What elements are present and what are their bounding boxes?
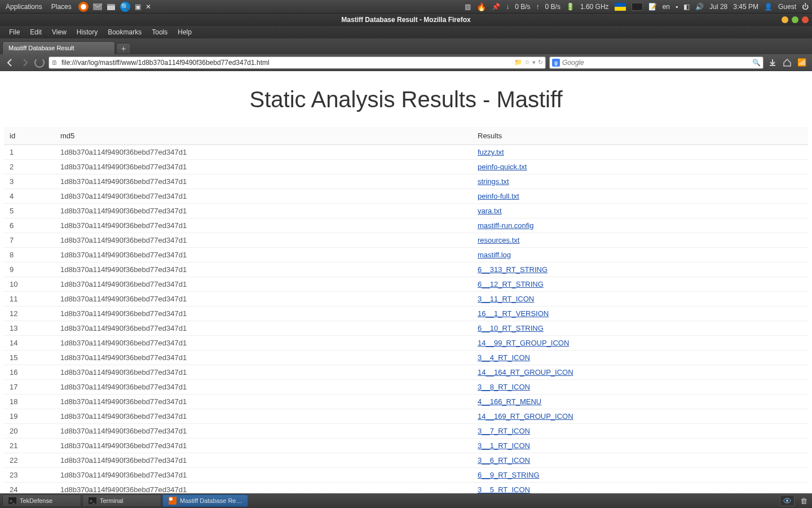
cell-result: 3__7_RT_ICON xyxy=(472,424,808,439)
lang-indicator[interactable]: en xyxy=(663,3,670,11)
system-monitor-icon[interactable] xyxy=(632,3,643,11)
wifi-icon[interactable]: 📶 xyxy=(796,57,807,68)
result-link[interactable]: 14__99_RT_GROUP_ICON xyxy=(478,339,569,347)
cell-id: 22 xyxy=(4,453,55,468)
result-link[interactable]: peinfo-quick.txt xyxy=(478,163,527,171)
cell-result: yara.txt xyxy=(472,204,808,218)
result-link[interactable]: 3__6_RT_ICON xyxy=(478,456,530,465)
result-link[interactable]: 3__1_RT_ICON xyxy=(478,441,530,450)
menu-tools[interactable]: Tools xyxy=(147,27,172,37)
table-row: 111d8b370a114f9490f36bebd77ed347d13__11_… xyxy=(4,292,808,306)
time-text[interactable]: 3:45 PM xyxy=(733,3,758,11)
search-input[interactable] xyxy=(562,59,752,67)
result-link[interactable]: 6__12_RT_STRING xyxy=(478,280,544,288)
bookmark-star-icon[interactable]: ☆ xyxy=(524,59,530,66)
result-link[interactable]: 3__4_RT_ICON xyxy=(478,353,530,362)
task-tekdefense[interactable]: >_ TekDefense xyxy=(2,494,81,507)
cpu-value: 1.60 GHz xyxy=(580,3,609,11)
result-link[interactable]: 14__169_RT_GROUP_ICON xyxy=(478,412,573,421)
files-launcher-icon[interactable] xyxy=(107,3,116,11)
url-input[interactable] xyxy=(61,59,514,67)
volume-icon[interactable]: 🔊 xyxy=(695,3,704,11)
result-link[interactable]: 3__7_RT_ICON xyxy=(478,427,530,435)
result-link[interactable]: resources.txt xyxy=(478,236,519,244)
bookmark-folder-icon[interactable]: 📁 xyxy=(514,59,522,66)
page-identity-icon[interactable]: 🗎 xyxy=(51,59,59,67)
result-link[interactable]: 3__11_RT_ICON xyxy=(478,295,534,303)
trash-icon[interactable]: 🗑 xyxy=(800,497,807,505)
menu-edit[interactable]: Edit xyxy=(25,27,46,37)
result-link[interactable]: 6__10_RT_STRING xyxy=(478,324,544,332)
places-menu[interactable]: Places xyxy=(49,3,74,11)
new-tab-button[interactable]: + xyxy=(116,43,131,54)
search-magnifier-icon[interactable]: 🔍 xyxy=(752,59,761,67)
window-minimize-button[interactable] xyxy=(782,16,788,23)
table-row: 171d8b370a114f9490f36bebd77ed347d13__8_R… xyxy=(4,380,808,395)
cell-id: 17 xyxy=(4,380,55,395)
home-button[interactable] xyxy=(782,57,793,68)
result-link[interactable]: 16__1_RT_VERSION xyxy=(478,309,549,318)
search-engine-icon[interactable]: g xyxy=(552,59,560,67)
result-link[interactable]: 3__5_RT_ICON xyxy=(478,485,530,494)
cell-md5: 1d8b370a114f9490f36bebd77ed347d1 xyxy=(55,262,472,277)
back-button[interactable] xyxy=(5,57,16,68)
result-link[interactable]: mastiff.log xyxy=(478,251,511,259)
menu-view[interactable]: View xyxy=(47,27,71,37)
task-firefox[interactable]: Mastiff Database Re… xyxy=(162,494,248,507)
window-close-button[interactable] xyxy=(802,16,809,23)
result-link[interactable]: 14__164_RT_GROUP_ICON xyxy=(478,368,573,376)
cell-result: 6__9_RT_STRING xyxy=(472,468,808,483)
result-link[interactable]: 3__8_RT_ICON xyxy=(478,383,530,391)
cell-md5: 1d8b370a114f9490f36bebd77ed347d1 xyxy=(55,218,472,233)
result-link[interactable]: fuzzy.txt xyxy=(478,148,504,156)
cube-launcher-icon[interactable]: ▣ xyxy=(135,3,141,11)
cell-result: 6__12_RT_STRING xyxy=(472,277,808,292)
battery-icon[interactable]: 🔋 xyxy=(566,3,575,11)
mail-launcher-icon[interactable] xyxy=(93,3,102,11)
firefox-launcher-icon[interactable] xyxy=(78,2,89,12)
result-link[interactable]: mastiff-run.config xyxy=(478,221,533,230)
search-launcher-icon[interactable]: 🔍 xyxy=(120,2,130,12)
cell-result: 3__11_RT_ICON xyxy=(472,292,808,306)
cell-result: 14__164_RT_GROUP_ICON xyxy=(472,365,808,380)
window-maximize-button[interactable] xyxy=(792,16,798,23)
result-link[interactable]: 6__9_RT_STRING xyxy=(478,471,540,479)
date-text[interactable]: Jul 28 xyxy=(709,3,727,11)
table-row: 151d8b370a114f9490f36bebd77ed347d13__4_R… xyxy=(4,351,808,365)
downloads-button[interactable] xyxy=(767,57,778,68)
forward-button[interactable] xyxy=(19,57,30,68)
reload-button[interactable] xyxy=(34,57,45,68)
tools-launcher-icon[interactable]: ✕ xyxy=(145,3,151,11)
table-row: 31d8b370a114f9490f36bebd77ed347d1strings… xyxy=(4,174,808,189)
cell-md5: 1d8b370a114f9490f36bebd77ed347d1 xyxy=(55,439,472,453)
result-link[interactable]: 4__166_RT_MENU xyxy=(478,397,541,406)
reload-inline-icon[interactable]: ↻ xyxy=(538,59,543,66)
cell-id: 13 xyxy=(4,321,55,336)
feed-dropdown-icon[interactable]: ▾ xyxy=(532,59,536,66)
result-link[interactable]: yara.txt xyxy=(478,207,502,215)
thumbtack-icon[interactable]: 📌 xyxy=(492,3,500,11)
cell-result: mastiff-run.config xyxy=(472,218,808,233)
task-terminal[interactable]: >_ Terminal xyxy=(82,494,161,507)
result-link[interactable]: 6__313_RT_STRING xyxy=(478,265,548,274)
cell-md5: 1d8b370a114f9490f36bebd77ed347d1 xyxy=(55,233,472,248)
menu-help[interactable]: Help xyxy=(173,27,196,37)
menu-bookmarks[interactable]: Bookmarks xyxy=(103,27,146,37)
table-row: 211d8b370a114f9490f36bebd77ed347d13__1_R… xyxy=(4,439,808,453)
notes-icon[interactable]: 📝 xyxy=(648,3,657,11)
menu-file[interactable]: File xyxy=(5,27,24,37)
show-desktop-icon[interactable] xyxy=(780,495,795,506)
url-bar[interactable]: 🗎 📁 ☆ ▾ ↻ xyxy=(48,56,546,69)
applications-menu[interactable]: Applications xyxy=(3,3,45,11)
cell-id: 3 xyxy=(4,174,55,189)
menu-history[interactable]: History xyxy=(72,27,102,37)
cell-id: 23 xyxy=(4,468,55,483)
result-link[interactable]: peinfo-full.txt xyxy=(478,192,519,200)
search-bar[interactable]: g 🔍 xyxy=(549,56,764,69)
power-icon[interactable]: ⏻ xyxy=(802,3,809,11)
workspace-switcher-icon[interactable]: ◧ xyxy=(683,3,690,11)
result-link[interactable]: strings.txt xyxy=(478,177,509,186)
desktop-switcher-icon[interactable]: ▥ xyxy=(465,3,471,11)
active-tab[interactable]: Mastiff Database Result xyxy=(2,41,115,54)
user-name[interactable]: Guest xyxy=(778,3,796,11)
